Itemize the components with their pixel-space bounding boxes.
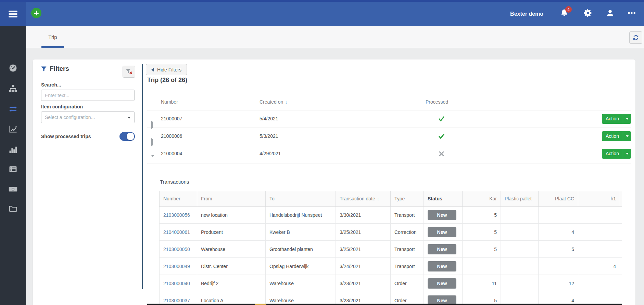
sidebar-item-money[interactable] (8, 184, 18, 194)
hamburger-menu-button[interactable] (0, 2, 26, 26)
caret-left-icon (151, 68, 154, 72)
transaction-number-link[interactable]: 2103000049 (163, 264, 190, 269)
sidebar-item-folder[interactable] (8, 204, 18, 213)
txn-cell-type: Transport (391, 207, 424, 224)
settings-button[interactable] (583, 8, 593, 18)
line-chart-icon (8, 124, 18, 134)
txn-cell-number: 2103000049 (160, 258, 197, 275)
expand-row-button[interactable] (151, 134, 155, 138)
txn-cell-kar (463, 258, 501, 275)
txn-cell-to: Kweker B (266, 224, 336, 241)
trip-row: 21000006 5/3/2021 Action (147, 128, 631, 145)
search-input[interactable] (41, 90, 135, 101)
sidebar-item-sitemap[interactable] (8, 84, 18, 93)
sidebar-item-line-chart[interactable] (8, 124, 18, 134)
transaction-number-link[interactable]: 2103000056 (163, 212, 190, 218)
trip-row: 21000007 5/4/2021 Action (147, 110, 631, 128)
item-configuration-label: Item configuration (41, 104, 83, 109)
txn-cell-date: 3/25/2021 (336, 241, 391, 258)
transaction-row: 2103000049Distr. CenterOpslag Harderwijk… (160, 258, 622, 275)
item-configuration-select[interactable]: Select a configuration... (41, 111, 135, 123)
trips-col-created-on[interactable]: Created on↓ (260, 94, 287, 110)
action-button[interactable]: Action (602, 131, 631, 141)
sort-desc-icon: ↓ (377, 196, 379, 201)
trip-number: 21000006 (161, 128, 182, 145)
transaction-number-link[interactable]: 2103000037 (163, 298, 190, 303)
sidebar-item-dashboard[interactable] (8, 63, 18, 73)
action-dropdown-toggle[interactable] (623, 131, 631, 141)
transactions-col-h1[interactable]: h1 (578, 191, 620, 207)
transactions-col-plastic-pallet[interactable]: Plastic pallet (501, 191, 539, 207)
show-processed-label: Show processed trips (41, 134, 91, 139)
sidebar-item-trips[interactable] (8, 104, 18, 114)
txn-cell-plaat_cc: 12 (539, 275, 578, 292)
refresh-button[interactable] (629, 31, 642, 44)
filters-title: Filters (50, 65, 69, 72)
transactions-col-type[interactable]: Type (391, 191, 424, 207)
txn-cell-extra (620, 207, 622, 224)
expand-row-button[interactable] (151, 116, 155, 120)
txn-cell-from: Location A (197, 292, 266, 305)
txn-cell-kar: 5 (463, 241, 501, 258)
bar-chart-icon (8, 145, 18, 154)
notifications-button[interactable]: 4 (559, 8, 569, 18)
trips-table: Number Created on↓ Processed 21000007 5/… (147, 94, 631, 169)
not-processed-icon (437, 145, 446, 162)
txn-cell-plaat_cc: 4 (539, 224, 578, 241)
trip-number: 21000007 (161, 110, 182, 128)
dashboard-icon (8, 63, 18, 73)
gear-icon (583, 8, 593, 18)
transactions-col-number[interactable]: Number (160, 191, 197, 207)
add-new-button[interactable] (31, 8, 41, 18)
tab-trip[interactable]: Trip (41, 26, 64, 48)
user-icon (605, 8, 615, 18)
transactions-col-kar[interactable]: Kar (463, 191, 501, 207)
action-dropdown-toggle[interactable] (623, 114, 631, 124)
txn-cell-h1 (578, 241, 620, 258)
txn-cell-status: New (424, 207, 463, 224)
active-tab-underline (41, 46, 64, 48)
transaction-row: 2103000050WarehouseGroothandel planten3/… (160, 241, 622, 258)
clear-filter-icon (126, 69, 132, 75)
transaction-number-link[interactable]: 2104000061 (163, 229, 190, 235)
transactions-col-plaat-cc[interactable]: Plaat CC (539, 191, 578, 207)
collapse-row-button[interactable] (151, 151, 155, 155)
transaction-number-link[interactable]: 2103000050 (163, 247, 190, 252)
txn-cell-plastic_pallet (501, 275, 539, 292)
more-options-button[interactable] (627, 8, 636, 18)
hide-filters-button[interactable]: Hide Filters (146, 64, 187, 75)
trips-col-number[interactable]: Number (161, 94, 178, 110)
sort-desc-icon: ↓ (285, 99, 287, 105)
action-button-label: Action (602, 110, 623, 128)
txn-cell-plaat_cc (539, 207, 578, 224)
txn-cell-kar: 5 (463, 224, 501, 241)
action-button[interactable]: Action (602, 149, 631, 159)
transactions-col-from[interactable]: From (197, 191, 266, 207)
trips-col-processed[interactable]: Processed (426, 94, 448, 110)
transactions-table: NumberFromToTransaction date↓TypeStatusK… (159, 191, 622, 305)
sidebar-item-list[interactable] (8, 164, 18, 174)
row-divider (147, 163, 631, 163)
txn-cell-type: Correction (391, 224, 424, 241)
transaction-row: 2103000056new locationHandelsbedrijf Nun… (160, 207, 622, 224)
show-processed-toggle[interactable] (119, 132, 135, 141)
transactions-col-to[interactable]: To (266, 191, 336, 207)
filters-divider (142, 64, 143, 289)
processed-check-icon (437, 110, 446, 128)
transactions-col-transaction-date[interactable]: Transaction date↓ (336, 191, 391, 207)
action-button[interactable]: Action (602, 114, 631, 124)
transactions-col-l[interactable]: l (620, 191, 622, 207)
action-dropdown-toggle[interactable] (623, 149, 631, 159)
txn-cell-h1 (578, 207, 620, 224)
sidebar-item-bar-chart[interactable] (8, 145, 18, 154)
transactions-col-status[interactable]: Status (424, 191, 463, 207)
txn-cell-kar: 11 (463, 275, 501, 292)
user-profile-button[interactable] (605, 8, 615, 18)
filter-funnel-icon (41, 66, 47, 71)
screen-edge-artifact (147, 304, 622, 305)
clear-filters-button[interactable] (123, 66, 135, 78)
status-badge: New (428, 278, 456, 289)
transaction-number-link[interactable]: 2103000040 (163, 281, 190, 286)
processed-check-icon (437, 128, 446, 145)
txn-cell-plastic_pallet (501, 207, 539, 224)
